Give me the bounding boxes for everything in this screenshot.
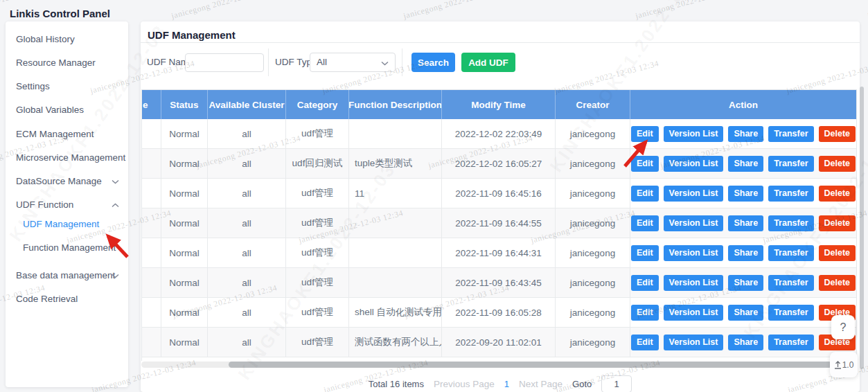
sidebar-item-resource-manager[interactable]: Resource Manager xyxy=(6,51,128,75)
goto-label: Goto xyxy=(572,379,592,389)
share-button[interactable]: Share xyxy=(728,156,763,172)
sidebar-item-global-history[interactable]: Global History xyxy=(6,28,128,51)
transfer-button[interactable]: Transfer xyxy=(768,186,813,202)
transfer-button[interactable]: Transfer xyxy=(768,156,813,172)
version-list-button[interactable]: Version List xyxy=(664,335,724,350)
cell-modify-time: 2022-09-20 11:02:01 xyxy=(442,328,556,357)
share-button[interactable]: Share xyxy=(728,275,763,291)
udf-type-select[interactable]: All xyxy=(310,53,396,72)
horizontal-scrollbar-track[interactable] xyxy=(141,362,857,368)
delete-button[interactable]: Delete xyxy=(819,275,856,291)
delete-button[interactable]: Delete xyxy=(819,156,856,172)
current-page-button[interactable]: 1 xyxy=(504,379,509,389)
cell-clipped xyxy=(142,298,161,327)
cell-cluster: all xyxy=(208,298,286,327)
delete-button[interactable]: Delete xyxy=(819,186,856,202)
next-page-button[interactable]: Next Page xyxy=(519,379,563,389)
cell-description: shell 自动化测试专用，勿... xyxy=(349,298,442,327)
transfer-button[interactable]: Transfer xyxy=(768,275,813,291)
horizontal-scrollbar-thumb[interactable] xyxy=(229,362,832,368)
transfer-button[interactable]: Transfer xyxy=(768,335,813,350)
sidebar-item-label: Settings xyxy=(16,81,50,91)
table-row: Normalalludf管理2022-11-09 16:43:45janiceg… xyxy=(142,268,856,298)
cell-creator: janicegong xyxy=(556,268,630,297)
sidebar-item-label: Global Variables xyxy=(16,105,84,115)
cell-status: Normal xyxy=(161,179,208,208)
cell-status: Normal xyxy=(161,238,208,267)
cell-actions: EditVersion ListShareTransferDelete xyxy=(630,328,856,357)
transfer-button[interactable]: Transfer xyxy=(768,245,813,261)
transfer-button[interactable]: Transfer xyxy=(768,305,813,321)
cell-creator: janicegong xyxy=(556,208,630,238)
sidebar-item-settings[interactable]: Settings xyxy=(6,75,128,98)
table-row: Normalalludf管理2022-11-09 16:44:55janiceg… xyxy=(142,208,856,238)
table-header-row: eStatusAvailable ClusterCategoryFunction… xyxy=(142,90,856,119)
share-button[interactable]: Share xyxy=(728,186,763,202)
goto-page-input[interactable] xyxy=(601,375,632,392)
edit-button[interactable]: Edit xyxy=(631,215,659,231)
cell-actions: EditVersion ListShareTransferDelete xyxy=(630,238,856,267)
sidebar-item-global-variables[interactable]: Global Variables xyxy=(6,98,128,122)
cell-cluster: all xyxy=(208,238,286,267)
cell-status: Normal xyxy=(161,208,208,238)
version-list-button[interactable]: Version List xyxy=(664,245,724,261)
sidebar-item-ecm-management[interactable]: ECM Management xyxy=(6,123,128,146)
vertical-scrollbar-thumb[interactable] xyxy=(860,87,864,369)
share-button[interactable]: Share xyxy=(728,335,763,350)
cell-description xyxy=(349,238,442,267)
cell-description xyxy=(349,208,442,238)
chevron-up-icon xyxy=(112,203,119,208)
cell-clipped xyxy=(142,179,161,208)
share-button[interactable]: Share xyxy=(728,305,763,321)
cell-creator: janicegong xyxy=(556,328,630,357)
share-button[interactable]: Share xyxy=(728,126,763,142)
search-button[interactable]: Search xyxy=(411,53,455,72)
previous-page-button[interactable]: Previous Page xyxy=(434,379,495,389)
transfer-button[interactable]: Transfer xyxy=(768,126,813,142)
edit-button[interactable]: Edit xyxy=(631,126,659,142)
delete-button[interactable]: Delete xyxy=(819,245,856,261)
share-button[interactable]: Share xyxy=(728,215,763,231)
sidebar-item-udf-management[interactable]: UDF Management xyxy=(6,213,128,236)
edit-button[interactable]: Edit xyxy=(631,156,659,172)
cell-actions: EditVersion ListShareTransferDelete xyxy=(630,208,856,238)
delete-button[interactable]: Delete xyxy=(819,126,856,142)
share-button[interactable]: Share xyxy=(728,245,763,261)
cell-modify-time: 2022-11-09 16:05:28 xyxy=(442,298,556,327)
version-list-button[interactable]: Version List xyxy=(664,156,724,172)
version-list-button[interactable]: Version List xyxy=(664,275,724,291)
version-list-button[interactable]: Version List xyxy=(664,305,724,321)
cell-clipped xyxy=(142,149,161,178)
edit-button[interactable]: Edit xyxy=(631,305,659,321)
sidebar-item-label: Function Management xyxy=(23,242,116,253)
sidebar-item-function-management[interactable]: Function Management xyxy=(6,236,128,260)
version-list-button[interactable]: Version List xyxy=(664,186,724,202)
sidebar-item-base-data-management[interactable]: Base data management xyxy=(6,264,128,287)
sidebar-item-code-retrieval[interactable]: Code Retrieval xyxy=(6,287,128,311)
version-list-button[interactable]: Version List xyxy=(664,215,724,231)
pagination: Total 16 items Previous Page 1 Next Page… xyxy=(141,374,860,392)
udf-type-selected-value: All xyxy=(317,57,327,67)
toolbar-divider xyxy=(402,48,402,76)
delete-button[interactable]: Delete xyxy=(819,215,856,231)
transfer-button[interactable]: Transfer xyxy=(768,215,813,231)
app-title: Linkis Control Panel xyxy=(10,8,110,19)
edit-button[interactable]: Edit xyxy=(631,245,659,261)
edit-button[interactable]: Edit xyxy=(631,186,659,202)
scale-widget-button[interactable]: 1.0 xyxy=(830,352,858,377)
version-list-button[interactable]: Version List xyxy=(664,126,724,142)
watermark-text: janicegong 2022-12-03 12:34 xyxy=(402,0,509,21)
cell-cluster: all xyxy=(208,149,286,178)
edit-button[interactable]: Edit xyxy=(631,275,659,291)
cell-creator: janicegong xyxy=(556,119,630,148)
sidebar-item-label: Microservice Management xyxy=(16,152,125,163)
edit-button[interactable]: Edit xyxy=(631,335,659,350)
add-udf-button[interactable]: Add UDF xyxy=(461,53,515,72)
cell-description: tuple类型测试 xyxy=(349,149,442,178)
help-button[interactable]: ? xyxy=(831,315,855,339)
sidebar-item-datasource-manage[interactable]: DataSource Manage xyxy=(6,170,128,193)
udf-name-input[interactable] xyxy=(185,53,264,72)
watermark-text: janicegong 2022-12-03 12:34 xyxy=(170,0,277,21)
sidebar-item-microservice-management[interactable]: Microservice Management xyxy=(6,146,128,170)
cell-creator: janicegong xyxy=(556,179,630,208)
